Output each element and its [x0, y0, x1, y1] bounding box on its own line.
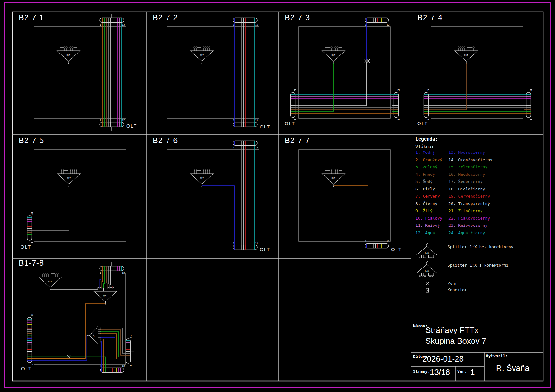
svg-text:12: 12	[387, 240, 389, 243]
legend-fiber-item: 16. Hnedočierny	[448, 172, 485, 177]
svg-text:12: 12	[294, 89, 296, 91]
olt-label-5: OLT	[21, 244, 31, 250]
titleblock-vytvoril-label: Vytvoril:	[486, 353, 508, 358]
legend-icons: 1x81x8	[416, 243, 437, 293]
svg-text:12: 12	[255, 242, 258, 245]
legend-fiber-item: 8. Čierny	[415, 201, 437, 206]
legend-fiber-item: 11. Ružový	[415, 223, 440, 228]
svg-text:1: 1	[129, 365, 132, 366]
panel-b2-7-3-drawing: 1121211211x8	[287, 14, 402, 120]
svg-text:1x8: 1x8	[67, 177, 71, 180]
titleblock-ver-label: Ver:	[457, 369, 467, 374]
svg-text:12: 12	[122, 119, 125, 122]
svg-text:1: 1	[397, 119, 400, 120]
panel-title-b2-7-7: B2-7-7	[285, 136, 310, 145]
olt-label-7: OLT	[391, 247, 402, 252]
panel-title-b2-7-6: B2-7-6	[153, 136, 178, 145]
panel-title-b2-7-4: B2-7-4	[417, 13, 443, 22]
svg-text:12: 12	[122, 272, 125, 274]
panel-b2-7-2-drawing: 1121121x8	[167, 14, 259, 131]
olt-label-4: OLT	[417, 121, 428, 126]
svg-text:1: 1	[31, 364, 33, 366]
titleblock-datum-value: 2026-01-28	[422, 354, 464, 364]
legend-fiber-item: 9. Žltý	[415, 208, 433, 213]
olt-label-8: OLT	[21, 366, 32, 371]
legend-splitter-conn-label: Splitter 1:X s konektormi	[448, 263, 509, 268]
legend-fiber-item: 17. Šedočierny	[448, 179, 483, 184]
legend-fiber-item: 2. Oranžový	[415, 157, 442, 162]
svg-text:1x8: 1x8	[464, 54, 468, 57]
panel-title-b1-7-8: B1-7-8	[19, 259, 44, 268]
svg-text:1: 1	[365, 240, 367, 243]
panel-title-b2-7-3: B2-7-3	[285, 13, 310, 22]
legend-fiber-item: 22. Fialovočierny	[448, 216, 490, 221]
svg-text:12: 12	[255, 23, 258, 26]
svg-text:1x8: 1x8	[66, 54, 71, 57]
svg-text:1x8: 1x8	[200, 54, 204, 57]
svg-text:1: 1	[427, 119, 430, 120]
panel-b2-7-5-drawing: 1211x8	[24, 150, 126, 243]
svg-text:1x8: 1x8	[331, 54, 336, 57]
svg-text:1x8: 1x8	[200, 177, 204, 180]
legend-title: Legenda:	[415, 136, 438, 142]
legend-fiber-item: 12. Aqua	[415, 231, 435, 235]
panel-b1-7-8-drawing: 1122411211121x81x81x8	[24, 262, 134, 376]
legend-fiber-item: 7. Červený	[415, 194, 440, 198]
svg-text:12: 12	[397, 89, 400, 91]
svg-text:12: 12	[255, 146, 258, 149]
panel-title-b2-7-1: B2-7-1	[19, 13, 44, 22]
svg-text:1x8: 1x8	[425, 270, 429, 273]
legend-fiber-item: 15. Zelenočierny	[448, 165, 487, 169]
svg-text:1x8: 1x8	[92, 333, 95, 338]
titleblock-vytvoril-value: R. Švaňa	[496, 363, 529, 373]
legend-splitter-noconn-label: Splitter 1:X bez konektorov	[448, 245, 513, 249]
svg-text:12: 12	[427, 89, 430, 91]
legend-fiber-item: 6. Biely	[415, 187, 435, 191]
svg-text:1: 1	[31, 242, 33, 243]
olt-label-3: OLT	[285, 121, 295, 126]
legend-fiber-item: 19. Červenočierny	[448, 194, 490, 198]
svg-text:1: 1	[529, 119, 532, 120]
svg-text:1: 1	[233, 146, 235, 149]
svg-text:12: 12	[255, 119, 258, 122]
olt-label-6: OLT	[260, 247, 270, 252]
olt-label-1: OLT	[126, 123, 137, 128]
svg-text:1x8: 1x8	[103, 294, 107, 297]
svg-text:12: 12	[122, 23, 125, 26]
legend-fiber-item: 20. Transparentný	[448, 201, 490, 206]
legend-fiber-item: 5. Šedý	[415, 179, 433, 184]
panel-b2-7-4-drawing: 1211211x8	[420, 27, 534, 120]
svg-text:12: 12	[529, 89, 532, 91]
svg-text:1x8: 1x8	[425, 252, 429, 254]
panel-b2-7-7-drawing: 1121x8	[299, 150, 390, 252]
legend-fiber-item: 21. Žltočierny	[448, 208, 483, 213]
legend-subtitle: Vlákna:	[415, 144, 434, 149]
legend-fiber-item: 13. Modročierny	[448, 150, 485, 155]
panel-title-b2-7-5: B2-7-5	[19, 136, 44, 145]
panel-title-b2-7-2: B2-7-2	[153, 13, 178, 22]
legend-fiber-item: 1. Modrý	[415, 150, 435, 155]
legend-fiber-item: 24. Aqua-čierny	[448, 231, 485, 235]
panel-b2-7-6-drawing: 1121121x8	[167, 137, 259, 254]
titleblock-nazov-line2: Skupina Boxov 7	[425, 336, 486, 346]
svg-text:1: 1	[100, 23, 101, 26]
svg-text:12: 12	[31, 212, 33, 215]
fttx-schematic-sheet: { "window": { "background": "#000000", "…	[0, 0, 555, 392]
legend-fiber-item: 14. Oranžovočierny	[448, 157, 492, 162]
titleblock-strany-label: Strany:	[413, 369, 430, 374]
legend-fiber-item: 10. Fialový	[415, 216, 442, 221]
titleblock-nazov-line1: Stráňavy FTTx	[425, 325, 478, 335]
legend-fiber-item: 4. Hnedý	[415, 172, 435, 177]
svg-text:1x8: 1x8	[331, 177, 336, 180]
svg-text:24: 24	[31, 314, 33, 317]
legend-zvar-label: Zvar	[448, 281, 457, 286]
svg-text:12: 12	[387, 23, 389, 26]
titleblock-ver-value: 1	[470, 367, 475, 377]
svg-text:1x8: 1x8	[48, 280, 52, 283]
legend-fiber-item: 3. Zelený	[415, 165, 437, 169]
svg-text:12: 12	[129, 335, 132, 338]
legend-fiber-item: 23. Ružovočierny	[448, 223, 487, 228]
titleblock-strany-value: 13/18	[430, 367, 450, 377]
legend-konektor-label: Konektor	[448, 287, 467, 292]
svg-text:12: 12	[122, 365, 125, 367]
